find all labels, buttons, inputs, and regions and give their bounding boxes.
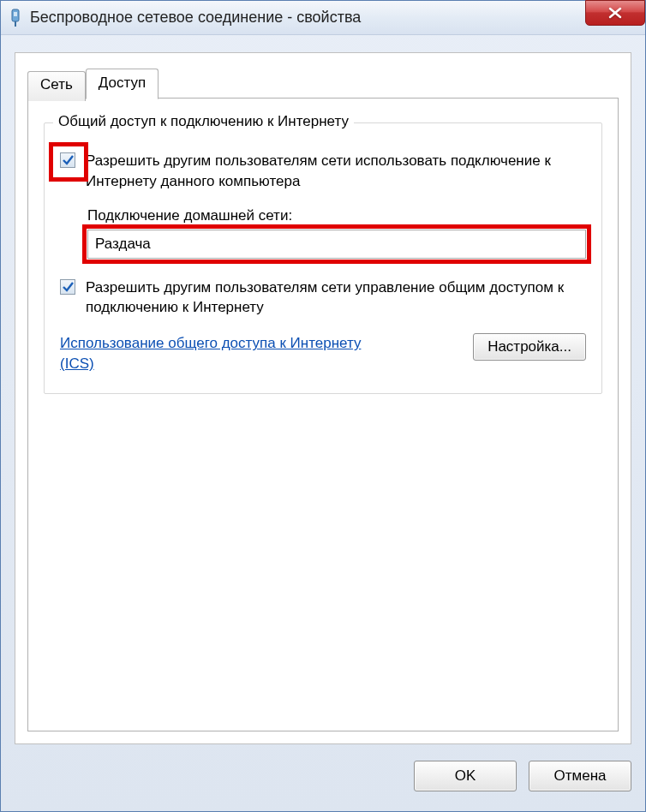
cancel-button[interactable]: Отмена (529, 761, 631, 791)
dialog-footer: OK Отмена (15, 755, 631, 797)
allow-others-checkbox[interactable] (60, 152, 75, 168)
allow-control-row: Разрешить другим пользователям сети упра… (60, 278, 586, 319)
allow-others-row: Разрешить другим пользователям сети испо… (60, 151, 586, 192)
titlebar: Беспроводное сетевое соединение - свойст… (1, 1, 645, 35)
allow-control-checkbox[interactable] (60, 279, 75, 295)
tab-network[interactable]: Сеть (27, 71, 86, 101)
link-row: Использование общего доступа к Интернету… (60, 333, 586, 374)
ok-button[interactable]: OK (414, 761, 517, 791)
window-title: Беспроводное сетевое соединение - свойст… (30, 9, 638, 27)
group-legend: Общий доступ к подключению к Интернету (53, 113, 354, 130)
content-panel: Сеть Доступ Общий доступ к подключению к… (15, 52, 631, 744)
home-connection-section: Подключение домашней сети: Раздача (87, 207, 586, 259)
tabstrip: Сеть Доступ (27, 69, 159, 99)
ics-groupbox: Общий доступ к подключению к Интернету Р… (44, 122, 602, 394)
close-icon (607, 7, 623, 19)
properties-dialog: Беспроводное сетевое соединение - свойст… (0, 0, 646, 812)
home-connection-label: Подключение домашней сети: (87, 207, 586, 224)
home-connection-dropdown[interactable]: Раздача (87, 230, 586, 259)
close-button[interactable] (585, 0, 645, 26)
allow-others-label: Разрешить другим пользователям сети испо… (86, 151, 586, 192)
checkmark-icon (62, 281, 74, 293)
tab-body-access: Общий доступ к подключению к Интернету Р… (27, 98, 619, 731)
checkmark-icon (62, 154, 74, 166)
home-connection-value: Раздача (95, 236, 151, 253)
allow-control-label: Разрешить другим пользователям сети упра… (86, 278, 586, 319)
svg-rect-1 (14, 12, 17, 16)
tab-access[interactable]: Доступ (86, 69, 159, 99)
ics-help-link[interactable]: Использование общего доступа к Интернету… (60, 333, 368, 374)
settings-button[interactable]: Настройка... (473, 333, 586, 361)
network-adapter-icon (8, 8, 23, 28)
